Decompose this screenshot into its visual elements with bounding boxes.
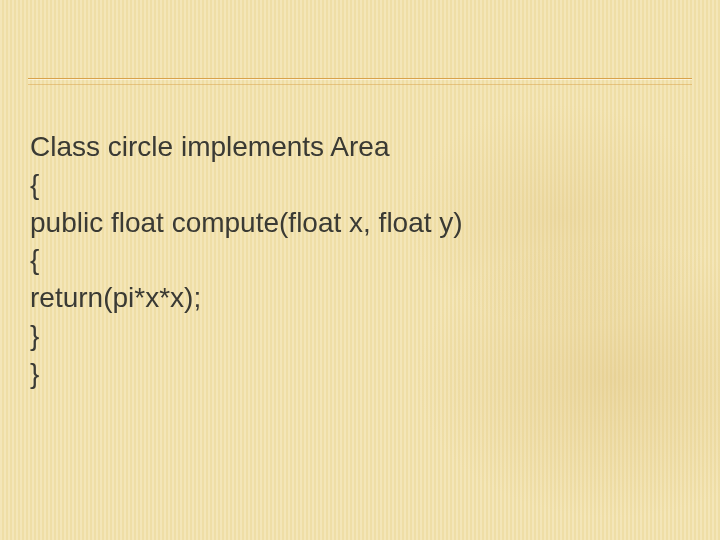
- divider-line: [28, 78, 692, 80]
- code-line: {: [30, 241, 690, 279]
- code-line: Class circle implements Area: [30, 128, 690, 166]
- code-line: }: [30, 355, 690, 393]
- code-line: return(pi*x*x);: [30, 279, 690, 317]
- code-block: Class circle implements Area { public fl…: [30, 128, 690, 393]
- code-line: public float compute(float x, float y): [30, 204, 690, 242]
- divider-line-secondary: [28, 84, 692, 85]
- slide: Class circle implements Area { public fl…: [0, 0, 720, 540]
- code-line: }: [30, 317, 690, 355]
- code-line: {: [30, 166, 690, 204]
